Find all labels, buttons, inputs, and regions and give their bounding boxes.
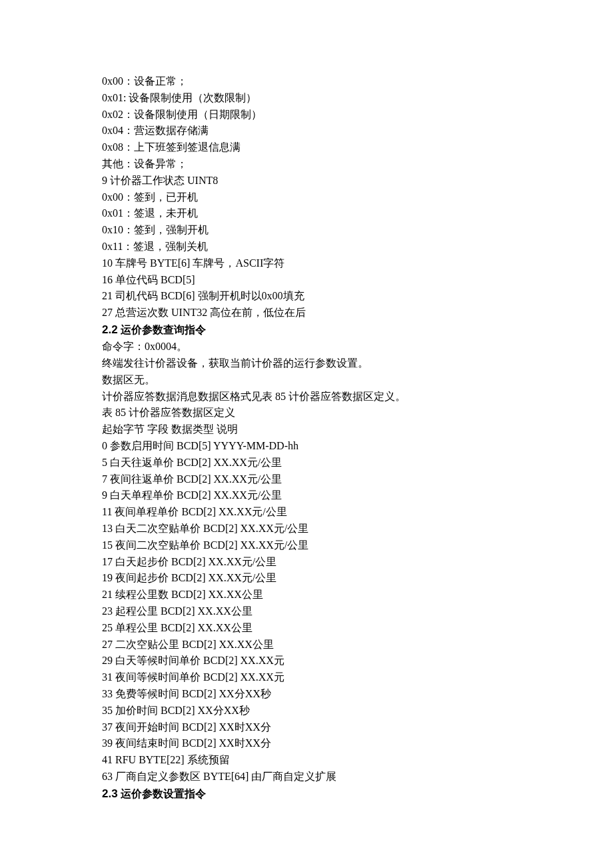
text-line: 13 白天二次空贴单价 BCD[2] XX.XX元/公里 xyxy=(102,521,515,537)
text-line: 计价器应答数据消息数据区格式见表 85 计价器应答数据区定义。 xyxy=(102,389,515,405)
text-line: 0x00：签到，已开机 xyxy=(102,189,515,206)
text-line: 0x08：上下班签到签退信息满 xyxy=(102,139,515,156)
text-line: 19 夜间起步价 BCD[2] XX.XX元/公里 xyxy=(102,570,515,587)
text-line: 23 起程公里 BCD[2] XX.XX公里 xyxy=(102,603,515,620)
document-page: 0x00：设备正常；0x01: 设备限制使用（次数限制）0x02：设备限制使用（… xyxy=(0,0,515,803)
text-line: 0x00：设备正常； xyxy=(102,73,515,90)
text-line: 7 夜间往返单价 BCD[2] XX.XX元/公里 xyxy=(102,471,515,488)
text-line: 17 白天起步价 BCD[2] XX.XX元/公里 xyxy=(102,554,515,571)
heading-title: 运价参数查询指令 xyxy=(121,324,206,335)
text-line: 10 车牌号 BYTE[6] 车牌号，ASCII字符 xyxy=(102,255,515,272)
text-line: 起始字节 字段 数据类型 说明 xyxy=(102,421,515,438)
text-line: 25 单程公里 BCD[2] XX.XX公里 xyxy=(102,620,515,637)
text-line: 数据区无。 xyxy=(102,372,515,389)
text-line: 21 续程公里数 BCD[2] XX.XX公里 xyxy=(102,587,515,603)
heading-number: 2.3 xyxy=(102,787,118,800)
text-line: 15 夜间二次空贴单价 BCD[2] XX.XX元/公里 xyxy=(102,537,515,554)
section-heading: 2.2 运价参数查询指令 xyxy=(102,321,515,339)
text-line: 0x01: 设备限制使用（次数限制） xyxy=(102,90,515,107)
text-line: 31 夜间等候时间单价 BCD[2] XX.XX元 xyxy=(102,669,515,686)
text-line: 5 白天往返单价 BCD[2] XX.XX元/公里 xyxy=(102,455,515,471)
text-line: 29 白天等候时间单价 BCD[2] XX.XX元 xyxy=(102,653,515,669)
text-line: 9 白天单程单价 BCD[2] XX.XX元/公里 xyxy=(102,487,515,504)
text-line: 0x10：签到，强制开机 xyxy=(102,222,515,239)
text-line: 35 加价时间 BCD[2] XX分XX秒 xyxy=(102,703,515,719)
text-line: 41 RFU BYTE[22] 系统预留 xyxy=(102,752,515,769)
text-line: 0x11：签退，强制关机 xyxy=(102,239,515,255)
text-line: 0x04：营运数据存储满 xyxy=(102,123,515,139)
heading-title: 运价参数设置指令 xyxy=(121,788,206,799)
heading-number: 2.2 xyxy=(102,323,118,336)
text-line: 16 单位代码 BCD[5] xyxy=(102,272,515,289)
text-line: 27 二次空贴公里 BCD[2] XX.XX公里 xyxy=(102,637,515,653)
text-line: 命令字：0x0004。 xyxy=(102,339,515,355)
text-line: 37 夜间开始时间 BCD[2] XX时XX分 xyxy=(102,719,515,736)
text-line: 其他：设备异常； xyxy=(102,156,515,173)
text-line: 9 计价器工作状态 UINT8 xyxy=(102,173,515,189)
text-line: 终端发往计价器设备，获取当前计价器的运行参数设置。 xyxy=(102,355,515,372)
section-heading: 2.3 运价参数设置指令 xyxy=(102,785,515,803)
text-line: 0x01：签退，未开机 xyxy=(102,205,515,222)
text-line: 33 免费等候时间 BCD[2] XX分XX秒 xyxy=(102,686,515,703)
text-line: 39 夜间结束时间 BCD[2] XX时XX分 xyxy=(102,735,515,752)
text-line: 11 夜间单程单价 BCD[2] XX.XX元/公里 xyxy=(102,504,515,521)
text-line: 表 85 计价器应答数据区定义 xyxy=(102,405,515,421)
text-line: 63 厂商自定义参数区 BYTE[64] 由厂商自定义扩展 xyxy=(102,769,515,785)
text-line: 0 参数启用时间 BCD[5] YYYY-MM-DD-hh xyxy=(102,438,515,455)
text-line: 0x02：设备限制使用（日期限制） xyxy=(102,107,515,123)
text-line: 27 总营运次数 UINT32 高位在前，低位在后 xyxy=(102,305,515,321)
text-line: 21 司机代码 BCD[6] 强制开机时以0x00填充 xyxy=(102,288,515,305)
